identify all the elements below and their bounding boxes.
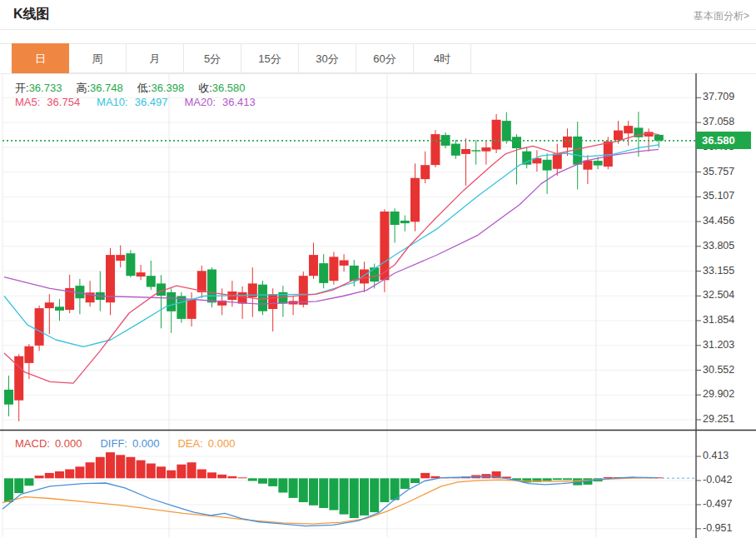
open-label: 开: xyxy=(15,82,29,94)
macd-value: 0.000 xyxy=(55,437,82,450)
macd-bar xyxy=(207,472,216,478)
candle-body xyxy=(430,134,440,165)
macd-bar xyxy=(340,478,349,514)
candle-body xyxy=(167,292,176,311)
price-tick-label: 31.854 xyxy=(703,314,734,326)
macd-bar xyxy=(248,478,257,481)
high-value: 36.748 xyxy=(90,82,123,94)
ma-legend-row: MA5:36.754MA10:36.497MA20:36.413 xyxy=(15,96,262,108)
candle-body xyxy=(238,292,247,304)
candle-body xyxy=(35,308,44,346)
candle-body xyxy=(329,257,338,281)
candle-body xyxy=(137,272,146,276)
macd-tick-label: -0.497 xyxy=(703,498,732,510)
candle-body xyxy=(258,285,267,311)
ma-line xyxy=(4,149,659,304)
macd-bar xyxy=(55,471,64,478)
candle-body xyxy=(502,121,511,141)
candle-body xyxy=(563,137,572,147)
diff-value: 0.000 xyxy=(132,437,160,450)
macd-bar xyxy=(217,475,226,479)
price-tick-label: 35.107 xyxy=(703,190,734,202)
candle-body xyxy=(268,294,277,309)
candle-body xyxy=(147,276,156,286)
price-tick-label: 32.504 xyxy=(703,289,734,301)
candle-body xyxy=(24,346,33,363)
macd-bar xyxy=(543,478,552,481)
price-tick-label: 33.805 xyxy=(703,240,734,252)
price-tick-label: 37.709 xyxy=(703,91,734,102)
macd-bar xyxy=(187,462,196,478)
price-tick-label: 30.552 xyxy=(703,364,734,376)
candle-body xyxy=(492,120,501,150)
macd-bar xyxy=(14,478,23,493)
candle-body xyxy=(299,276,308,305)
candle-body xyxy=(309,255,318,276)
candle-body xyxy=(451,144,460,156)
ma10-label: MA10: xyxy=(97,96,128,108)
candle-body xyxy=(350,266,359,281)
candle-body xyxy=(187,300,196,319)
price-tick-label: 31.203 xyxy=(703,339,734,351)
price-tick-label: 35.757 xyxy=(703,166,734,177)
macd-bar xyxy=(563,478,572,480)
candle-body xyxy=(116,255,125,261)
macd-bar xyxy=(289,478,298,498)
macd-bar xyxy=(278,478,287,492)
high-label: 高: xyxy=(76,82,90,94)
last-price-tag: 36.580 xyxy=(696,132,751,149)
macd-bar xyxy=(360,478,369,516)
candle-body xyxy=(390,212,400,225)
close-value: 36.580 xyxy=(212,82,246,94)
candle-body xyxy=(614,131,623,140)
macd-bar xyxy=(65,470,74,479)
macd-bar xyxy=(380,478,389,502)
macd-bar xyxy=(227,476,236,479)
macd-bar xyxy=(116,455,125,478)
candle-body xyxy=(207,270,216,303)
candle-body xyxy=(177,296,186,319)
macd-bar xyxy=(167,471,176,479)
candle-body xyxy=(197,271,206,292)
candle-body xyxy=(319,263,328,283)
price-tick-label: 34.456 xyxy=(703,215,734,227)
macd-bar xyxy=(319,478,328,508)
macd-tick-label: 0.413 xyxy=(703,450,729,461)
candle-body xyxy=(340,261,349,266)
dea-value: 0.000 xyxy=(208,437,236,450)
candle-body xyxy=(461,149,470,154)
candle-body xyxy=(471,150,480,151)
macd-bar xyxy=(410,478,420,483)
candle-body xyxy=(410,178,420,222)
ohlc-quote-row: 开:36.733高:36.748低:36.398收:36.580 xyxy=(15,81,260,96)
macd-bar xyxy=(370,478,379,512)
macd-bar xyxy=(238,477,247,478)
macd-bar xyxy=(75,466,84,478)
ma5-label: MA5: xyxy=(15,96,40,108)
macd-bar xyxy=(268,478,277,486)
macd-bar xyxy=(420,473,430,478)
candle-body xyxy=(4,390,13,405)
macd-tick-label: -0.042 xyxy=(703,474,732,486)
low-value: 36.398 xyxy=(151,82,184,94)
open-value: 36.733 xyxy=(29,82,62,94)
macd-bar xyxy=(197,470,206,479)
macd-bar xyxy=(147,464,156,479)
candle-body xyxy=(370,267,379,281)
candle-body xyxy=(583,161,592,170)
candle-body xyxy=(512,137,521,148)
ma5-value: 36.754 xyxy=(47,96,80,108)
macd-bar xyxy=(106,452,115,478)
kline-widget: K线图 基本面分析> 日周月5分15分30分60分4时 开:36.733高:36… xyxy=(0,0,756,538)
macd-bar xyxy=(86,462,95,478)
ma10-value: 36.497 xyxy=(135,96,168,108)
candle-body xyxy=(543,160,552,171)
macd-bar xyxy=(45,473,54,478)
macd-bar xyxy=(553,478,562,480)
candle-body xyxy=(624,126,633,133)
macd-bar xyxy=(157,466,166,478)
candle-body xyxy=(55,306,64,311)
candle-body xyxy=(481,147,490,152)
ma20-value: 36.413 xyxy=(222,96,256,108)
macd-bar xyxy=(126,457,135,479)
